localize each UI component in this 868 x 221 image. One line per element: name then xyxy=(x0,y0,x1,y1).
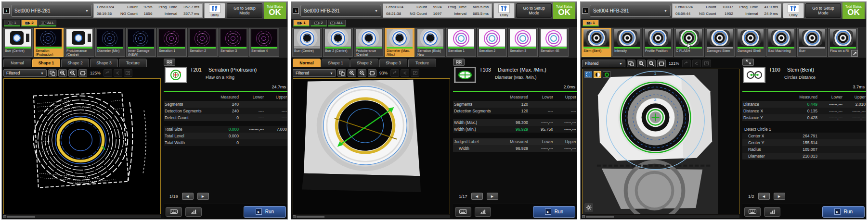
camera-tab[interactable]: 1 xyxy=(583,20,599,26)
grid-view-button[interactable] xyxy=(453,59,465,66)
tool-thumbnail[interactable]: Serration 3 xyxy=(508,28,538,57)
zoom-fit-button[interactable] xyxy=(657,60,666,67)
utility-button[interactable]: Utility xyxy=(783,3,804,18)
tool-thumbnail[interactable]: Serration 1 xyxy=(446,28,476,57)
tool-thumbnail[interactable]: Burr (Centre) xyxy=(3,28,33,57)
expand-thumbnail-icon[interactable] xyxy=(851,50,858,57)
statistics-button[interactable] xyxy=(764,207,780,217)
next-page-button[interactable]: ▶ xyxy=(197,193,209,200)
tool-thumbnail[interactable]: Bad Machining xyxy=(766,28,796,57)
utility-button[interactable]: Utility xyxy=(204,3,225,18)
view-tab[interactable]: Shape 2 xyxy=(350,59,378,67)
tool-thumbnail[interactable]: Serration 2 xyxy=(188,28,218,57)
program-select-dropdown[interactable]: Set000 HFB-281 ▼ xyxy=(11,5,92,17)
view-tab[interactable]: Shape 2 xyxy=(61,59,89,67)
horizontal-scrollbar[interactable] xyxy=(582,215,739,218)
run-button[interactable]: ▶ Run xyxy=(533,206,575,218)
zoom-out-button[interactable] xyxy=(647,60,656,67)
tool-thumbnail[interactable]: Burr xyxy=(797,28,827,57)
layout-button[interactable] xyxy=(627,60,635,67)
next-page-button[interactable]: ▶ xyxy=(774,193,785,200)
tool-thumbnail[interactable]: Protuberance (Centre) xyxy=(354,28,384,57)
filter-dropdown[interactable]: Filtered ▼ xyxy=(293,69,336,77)
keyboard-button[interactable] xyxy=(455,207,471,217)
tool-thumbnail[interactable]: Serration 1 xyxy=(157,28,187,57)
display-toggle-region-button[interactable] xyxy=(584,71,592,78)
program-select-dropdown[interactable]: Set000 HFB-281 ▼ xyxy=(300,5,381,17)
viewer-nav-button-1[interactable] xyxy=(104,69,112,77)
view-tab[interactable]: Normal xyxy=(3,59,31,67)
view-tab[interactable]: Texture xyxy=(119,59,147,67)
tool-thumbnail[interactable]: Diameter (Max. /Min.) xyxy=(385,28,415,57)
camera-tab[interactable]: 2 xyxy=(21,20,38,26)
tool-thumbnail[interactable]: Burr 2 (Centre) xyxy=(323,28,353,57)
viewer-nav-button-3[interactable] xyxy=(124,69,132,77)
zoom-in-button[interactable] xyxy=(348,69,356,77)
horizontal-scrollbar[interactable] xyxy=(293,215,450,218)
zoom-fit-button[interactable] xyxy=(368,69,376,77)
tool-thumbnail[interactable]: Damaged Shell xyxy=(736,28,765,57)
zoom-out-button[interactable] xyxy=(358,69,366,77)
viewer-nav-button-3[interactable] xyxy=(702,60,711,67)
view-tab[interactable]: Texture xyxy=(408,59,436,67)
camera-tab[interactable]: ALL xyxy=(328,20,346,26)
view-tab[interactable]: Shape 1 xyxy=(32,59,60,67)
camera-tab[interactable]: 1 xyxy=(293,20,310,26)
tool-thumbnail[interactable]: Intensity xyxy=(612,28,642,57)
keyboard-button[interactable] xyxy=(166,207,182,217)
layout-button[interactable] xyxy=(48,69,57,77)
tool-thumbnail[interactable]: Serration (Blob) New xyxy=(415,28,445,57)
viewer-nav-button-2[interactable] xyxy=(692,60,701,67)
view-tab[interactable]: Shape 3 xyxy=(90,59,118,67)
viewer-nav-button-2[interactable] xyxy=(114,69,122,77)
filter-dropdown[interactable]: Filtered ▼ xyxy=(582,60,625,67)
viewer-nav-button-2[interactable] xyxy=(401,69,409,77)
view-tab[interactable]: Normal xyxy=(293,59,321,67)
display-toggle-circle-button[interactable] xyxy=(603,71,610,78)
tool-thumbnail[interactable]: Serration 4E xyxy=(539,28,569,57)
prev-page-button[interactable]: ◀ xyxy=(758,193,770,200)
view-tab[interactable]: Shape 3 xyxy=(379,59,407,67)
prev-page-button[interactable]: ◀ xyxy=(182,193,194,200)
settings-gear-button[interactable] xyxy=(584,203,593,212)
layout-button[interactable] xyxy=(337,69,346,77)
expand-view-button[interactable] xyxy=(742,59,754,66)
setup-mode-button[interactable]: Go to Setup Mode xyxy=(227,3,262,18)
scrollbar-thumb[interactable] xyxy=(586,216,614,218)
zoom-in-button[interactable] xyxy=(58,69,67,77)
zoom-in-button[interactable] xyxy=(637,60,646,67)
utility-button[interactable]: Utility xyxy=(493,3,515,18)
program-select-dropdown[interactable]: Set004 HFB-281 ▼ xyxy=(590,5,671,17)
viewer-nav-button-1[interactable] xyxy=(682,60,691,67)
zoom-out-button[interactable] xyxy=(68,69,77,77)
grid-view-button[interactable] xyxy=(164,59,175,66)
camera-tab[interactable]: 1 xyxy=(4,20,20,26)
scrollbar-thumb[interactable] xyxy=(297,216,324,218)
tool-thumbnail[interactable]: Serration 4 xyxy=(249,28,279,57)
tool-thumbnail[interactable]: Flaw on a Ri xyxy=(828,28,858,57)
prev-page-button[interactable]: ◀ xyxy=(471,193,483,200)
camera-tab[interactable]: ALL xyxy=(39,20,56,26)
tool-thumbnail[interactable]: Stem (Bent) xyxy=(582,28,611,57)
tool-thumbnail[interactable]: Serration 2 xyxy=(477,28,507,57)
tool-thumbnail[interactable]: Damaged Stem xyxy=(705,28,735,57)
viewer-nav-button-3[interactable] xyxy=(411,69,419,77)
setup-mode-button[interactable]: Go to Setup Mode xyxy=(516,3,552,18)
filter-dropdown[interactable]: Filtered ▼ xyxy=(3,69,47,77)
horizontal-scrollbar[interactable] xyxy=(3,215,161,218)
statistics-button[interactable] xyxy=(475,207,491,217)
viewer-nav-button-1[interactable] xyxy=(390,69,399,77)
tool-thumbnail[interactable]: C FLASH xyxy=(674,28,704,57)
next-page-button[interactable]: ▶ xyxy=(487,193,498,200)
tool-thumbnail[interactable]: Diameter (Min) xyxy=(95,28,125,57)
run-button[interactable]: ▶ Run xyxy=(244,206,286,218)
display-toggle-contrast-button[interactable] xyxy=(594,71,601,78)
run-button[interactable]: ▶ Run xyxy=(822,206,865,218)
keyboard-button[interactable] xyxy=(744,207,761,217)
tool-thumbnail[interactable]: Burr (Centre) xyxy=(292,28,322,57)
camera-tab[interactable]: 2 xyxy=(311,20,327,26)
tool-thumbnail[interactable]: Protuberance (Centre) xyxy=(65,28,94,57)
view-tab[interactable]: Shape 1 xyxy=(322,59,350,67)
zoom-fit-button[interactable] xyxy=(78,69,87,77)
tool-thumbnail[interactable]: Profile Position xyxy=(643,28,673,57)
